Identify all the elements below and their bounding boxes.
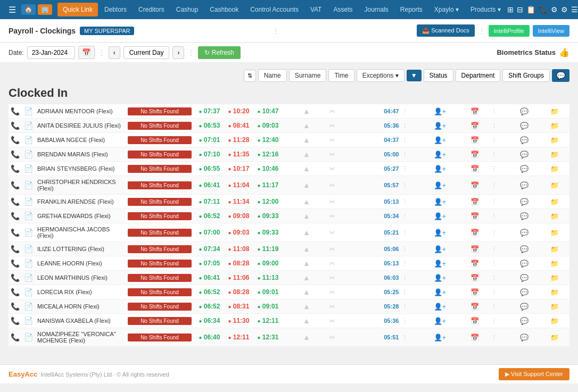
department-button[interactable]: Department [456, 69, 501, 82]
action-dots-1[interactable]: ⋮ [401, 162, 420, 176]
delete-icon-cell[interactable]: ✂ [320, 299, 344, 314]
calendar-icon-cell[interactable]: 📅 [460, 195, 490, 209]
alert-icon-cell[interactable]: ▲ [293, 119, 320, 133]
delete-icon-cell[interactable]: ✂ [320, 133, 344, 147]
doc-icon-cell[interactable]: 📄 [22, 314, 35, 328]
chat-icon-cell[interactable]: 💬 [509, 104, 539, 119]
action-dots-1[interactable]: ⋮ [401, 256, 420, 271]
phone-icon-cell[interactable]: 📞 [9, 299, 22, 314]
delete-icon-cell[interactable]: ✂ [320, 256, 344, 271]
clipboard-icon[interactable]: 📋 [526, 5, 535, 14]
status-button[interactable]: Status [424, 69, 453, 82]
alert-icon-cell[interactable]: ▲ [293, 328, 320, 347]
calendar-icon-cell[interactable]: 📅 [460, 209, 490, 223]
chat-icon-cell[interactable]: 💬 [509, 314, 539, 328]
folder-icon-cell[interactable]: 📁 [539, 176, 569, 195]
calendar-icon-cell[interactable]: 📅 [460, 271, 490, 285]
folder-icon-cell[interactable]: 📁 [539, 328, 569, 347]
folder-icon-cell[interactable]: 📁 [539, 271, 569, 285]
phone-icon-cell[interactable]: 📞 [9, 314, 22, 328]
alert-icon-cell[interactable]: ▲ [293, 271, 320, 285]
action-dots-1[interactable]: ⋮ [401, 209, 420, 223]
home-icon[interactable]: 🏠 [21, 4, 36, 15]
nav-link-creditors[interactable]: Creditors [133, 3, 170, 16]
calendar-icon-cell[interactable]: 📅 [460, 176, 490, 195]
phone-icon-cell[interactable]: 📞 [9, 147, 22, 162]
alert-icon-cell[interactable]: ▲ [293, 285, 320, 299]
add-user-icon-cell[interactable]: 👤+ [420, 195, 460, 209]
delete-icon-cell[interactable]: ✂ [320, 176, 344, 195]
action-dots-2[interactable]: ⋮ [490, 133, 509, 147]
add-user-icon-cell[interactable]: 👤+ [420, 133, 460, 147]
action-dots-2[interactable]: ⋮ [490, 176, 509, 195]
doc-icon-cell[interactable]: 📄 [22, 195, 35, 209]
phone-icon-cell[interactable]: 📞 [9, 223, 22, 242]
alert-icon-cell[interactable]: ▲ [293, 223, 320, 242]
alert-icon-cell[interactable]: ▲ [293, 242, 320, 256]
action-dots-2[interactable]: ⋮ [490, 223, 509, 242]
chat-icon-cell[interactable]: 💬 [509, 162, 539, 176]
chat-icon-cell[interactable]: 💬 [509, 176, 539, 195]
chat-icon-cell[interactable]: 💬 [509, 271, 539, 285]
folder-icon-cell[interactable]: 📁 [539, 223, 569, 242]
action-dots-1[interactable]: ⋮ [401, 299, 420, 314]
phone-icon-cell[interactable]: 📞 [9, 256, 22, 271]
nav-link-journals[interactable]: Journals [359, 3, 393, 16]
calendar-icon-cell[interactable]: 📅 [460, 133, 490, 147]
chat-icon-cell[interactable]: 💬 [509, 133, 539, 147]
action-dots-1[interactable]: ⋮ [401, 119, 420, 133]
calendar-icon-cell[interactable]: 📅 [460, 162, 490, 176]
add-user-icon-cell[interactable]: 👤+ [420, 256, 460, 271]
calendar-icon-cell[interactable]: 📅 [460, 328, 490, 347]
chat-icon-cell[interactable]: 💬 [509, 147, 539, 162]
folder-icon-cell[interactable]: 📁 [539, 119, 569, 133]
shift-groups-button[interactable]: Shift Groups [502, 69, 550, 82]
calendar-icon-cell[interactable]: 📅 [460, 299, 490, 314]
action-dots-2[interactable]: ⋮ [490, 209, 509, 223]
delete-icon-cell[interactable]: ✂ [320, 119, 344, 133]
add-user-icon-cell[interactable]: 👤+ [420, 104, 460, 119]
refresh-button[interactable]: ↻ Refresh [198, 46, 240, 59]
action-dots-1[interactable]: ⋮ [401, 176, 420, 195]
nav-link-reports[interactable]: Reports [395, 3, 428, 16]
folder-icon-cell[interactable]: 📁 [539, 314, 569, 328]
calendar-icon-cell[interactable]: 📅 [460, 147, 490, 162]
current-day-button[interactable]: Current Day [123, 46, 170, 59]
add-user-icon-cell[interactable]: 👤+ [420, 328, 460, 347]
folder-icon-cell[interactable]: 📁 [539, 256, 569, 271]
building-icon[interactable]: 🏢 [38, 4, 52, 15]
col-surname-button[interactable]: Surname [289, 69, 327, 82]
action-dots-1[interactable]: ⋮ [401, 104, 420, 119]
filter-button[interactable]: ▼ [407, 70, 422, 81]
calendar-icon-cell[interactable]: 📅 [460, 242, 490, 256]
alert-icon-cell[interactable]: ▲ [293, 195, 320, 209]
add-user-icon-cell[interactable]: 👤+ [420, 119, 460, 133]
chat-icon-cell[interactable]: 💬 [509, 119, 539, 133]
nav-link-vat[interactable]: VAT [305, 3, 327, 16]
folder-icon-cell[interactable]: 📁 [539, 299, 569, 314]
action-dots-2[interactable]: ⋮ [490, 104, 509, 119]
doc-icon-cell[interactable]: 📄 [22, 271, 35, 285]
action-dots-1[interactable]: ⋮ [401, 271, 420, 285]
nav-link-debtors[interactable]: Debtors [99, 3, 132, 16]
intelli-view-button[interactable]: IntelliView [533, 25, 569, 37]
calendar-icon-cell[interactable]: 📅 [460, 256, 490, 271]
action-dots-2[interactable]: ⋮ [490, 242, 509, 256]
chat-icon-cell[interactable]: 💬 [509, 242, 539, 256]
delete-icon-cell[interactable]: ✂ [320, 285, 344, 299]
chat-icon-cell[interactable]: 💬 [509, 256, 539, 271]
nav-link-control-accounts[interactable]: Control Accounts [245, 3, 304, 16]
delete-icon-cell[interactable]: ✂ [320, 209, 344, 223]
add-user-icon-cell[interactable]: 👤+ [420, 314, 460, 328]
folder-icon-cell[interactable]: 📁 [539, 147, 569, 162]
doc-icon-cell[interactable]: 📄 [22, 242, 35, 256]
col-time-button[interactable]: Time [328, 69, 354, 82]
action-dots-1[interactable]: ⋮ [401, 223, 420, 242]
doc-icon-cell[interactable]: 📄 [22, 104, 35, 119]
delete-icon-cell[interactable]: ✂ [320, 162, 344, 176]
folder-icon-cell[interactable]: 📁 [539, 104, 569, 119]
add-user-icon-cell[interactable]: 👤+ [420, 271, 460, 285]
folder-icon-cell[interactable]: 📁 [539, 195, 569, 209]
action-dots-2[interactable]: ⋮ [490, 195, 509, 209]
phone-icon-cell[interactable]: 📞 [9, 271, 22, 285]
